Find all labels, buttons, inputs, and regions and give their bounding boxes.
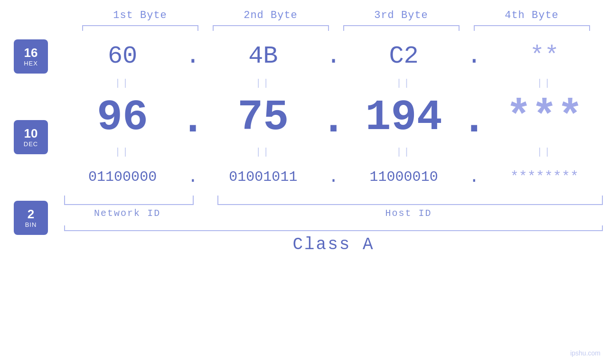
class-label: Class A xyxy=(62,235,605,254)
dec-dot3: . xyxy=(465,99,484,137)
byte-headers: 1st Byte 2nd Byte 3rd Byte 4th Byte xyxy=(75,9,597,21)
dec-b1: 96 xyxy=(62,93,183,142)
hex-row: 60 . 4B . C2 . ** xyxy=(62,37,605,75)
byte1-header: 1st Byte xyxy=(75,9,206,21)
eq2-b1: || xyxy=(62,147,183,158)
dec-badge-number: 10 xyxy=(24,127,38,140)
eq1-b4: || xyxy=(484,78,605,89)
bin-b1: 01100000 xyxy=(62,169,183,185)
bin-b3: 11000010 xyxy=(343,169,465,185)
bin-b2: 01001011 xyxy=(202,169,324,185)
bracket-byte2 xyxy=(206,25,336,35)
hex-badge-label: HEX xyxy=(24,60,38,67)
main-container: 1st Byte 2nd Byte 3rd Byte 4th Byte 16 H… xyxy=(0,0,610,364)
dec-b3: 194 xyxy=(343,93,465,142)
byte2-header: 2nd Byte xyxy=(206,9,336,21)
class-bracket-container xyxy=(62,225,605,231)
host-bracket xyxy=(217,196,603,205)
hex-dot2: . xyxy=(324,42,343,70)
hex-b2: 4B xyxy=(202,42,324,70)
hex-dot3: . xyxy=(465,42,484,70)
host-id-label: Host ID xyxy=(212,208,605,219)
hex-b4: ** xyxy=(484,42,605,70)
bin-row: 01100000 . 01001011 . 11000010 . xyxy=(62,160,605,194)
eq2-b4: || xyxy=(484,147,605,158)
byte4-header: 4th Byte xyxy=(467,9,597,21)
bin-dot1: . xyxy=(183,168,202,187)
eq1-b2: || xyxy=(202,78,324,89)
bracket-byte1 xyxy=(75,25,206,35)
bracket-byte3 xyxy=(336,25,467,35)
badges-column: 16 HEX 10 DEC 2 BIN xyxy=(0,35,62,364)
equals-row-2: || || || || xyxy=(62,144,605,160)
hex-b1: 60 xyxy=(62,42,183,70)
bin-badge-label: BIN xyxy=(25,221,37,228)
hex-badge-number: 16 xyxy=(24,46,38,60)
dec-badge: 10 DEC xyxy=(14,120,48,154)
eq2-b3: || xyxy=(343,147,465,158)
hex-b3: C2 xyxy=(343,42,465,70)
hex-dot1: . xyxy=(183,42,202,70)
bottom-brackets xyxy=(62,196,605,205)
bracket-byte4 xyxy=(467,25,597,35)
dec-b2: 75 xyxy=(202,93,324,142)
dec-row: 96 . 75 . 194 . *** xyxy=(62,92,605,144)
hex-badge: 16 HEX xyxy=(14,39,48,74)
network-bracket xyxy=(64,196,194,205)
eq2-b2: || xyxy=(202,147,324,158)
id-labels-row: Network ID Host ID xyxy=(62,208,605,219)
bin-dot2: . xyxy=(324,168,343,187)
bin-b4: ******** xyxy=(484,169,605,185)
network-id-label: Network ID xyxy=(62,208,193,219)
bin-badge: 2 BIN xyxy=(14,201,48,235)
bin-badge-number: 2 xyxy=(28,207,34,221)
eq1-b1: || xyxy=(62,78,183,89)
dec-b4: *** xyxy=(484,93,605,142)
dec-dot2: . xyxy=(324,99,343,137)
equals-row-1: || || || || xyxy=(62,75,605,92)
bin-dot3: . xyxy=(465,168,484,187)
eq1-b3: || xyxy=(343,78,465,89)
watermark: ipshu.com xyxy=(570,349,601,357)
byte3-header: 3rd Byte xyxy=(336,9,467,21)
dec-badge-label: DEC xyxy=(24,140,38,148)
class-bracket xyxy=(64,225,603,231)
top-brackets xyxy=(75,25,597,35)
dec-dot1: . xyxy=(183,99,202,137)
